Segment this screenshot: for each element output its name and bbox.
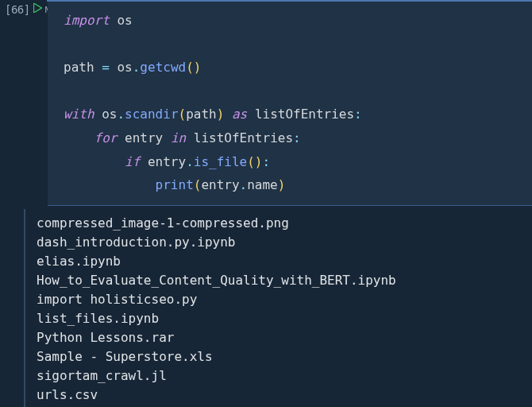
execution-count: [66] bbox=[0, 3, 30, 16]
svg-marker-0 bbox=[33, 3, 41, 13]
notebook-cell: [66] M↓ import os path = os.getcwd() wit… bbox=[0, 0, 532, 407]
play-icon[interactable] bbox=[33, 3, 42, 13]
code-content: import os path = os.getcwd() with os.sca… bbox=[64, 9, 532, 197]
output-text: compressed_image-1-compressed.png dash_i… bbox=[37, 214, 532, 407]
cell-output: compressed_image-1-compressed.png dash_i… bbox=[24, 209, 532, 407]
code-editor[interactable]: import os path = os.getcwd() with os.sca… bbox=[48, 0, 532, 206]
